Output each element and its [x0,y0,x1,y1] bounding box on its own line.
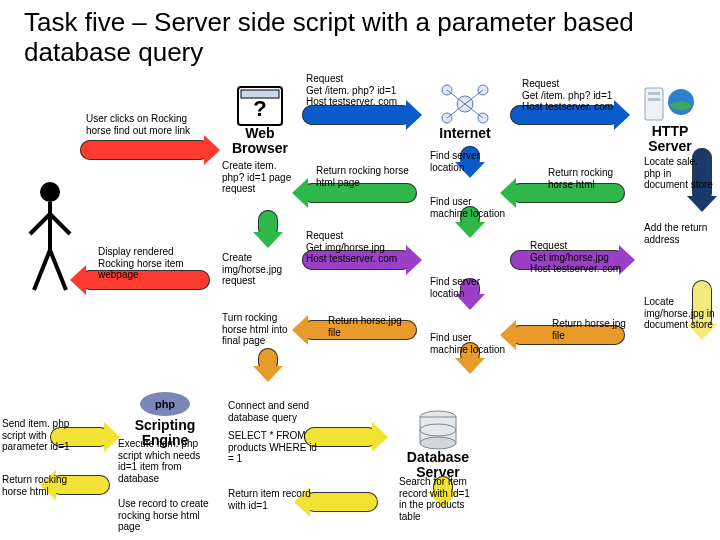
node-http: HTTP Server [633,82,707,155]
ann-find-server1: Find server location [430,150,500,173]
ann-return-jpg2: Return horse.jpg file [328,315,408,338]
ann-display: Display rendered Rocking horse item webp… [98,246,198,281]
ann-return-html-page: Return rocking horse html page [316,165,416,188]
arrow-browser-down [258,210,278,238]
ann-return-html-script: Return rocking horse html [2,474,82,497]
ann-return-jpg: Return horse.jpg file [552,318,632,341]
ann-create-req: Create item. php? id=1 page request [222,160,300,195]
svg-rect-19 [648,92,660,95]
ann-req2b: Request Get img/horse.jpg Host testserve… [530,240,640,275]
ann-req2: Request Get img/horse.jpg Host testserve… [306,230,421,265]
svg-line-3 [50,214,70,234]
svg-line-5 [50,250,66,290]
ann-locate-img: Locate img/horse.jpg in document store [644,296,716,331]
arrow-req1-browser-inet [302,105,412,125]
svg-line-4 [34,250,50,290]
ann-find-machine2: Find user machine location [430,332,510,355]
node-browser: ? Web Browser [220,86,300,157]
internet-icon [437,82,493,126]
ann-user-click: User clicks on Rocking horse find out mo… [86,113,196,136]
svg-text:php: php [155,398,175,410]
ann-req1b: Request Get /item. php? id=1 Host testse… [522,78,632,113]
svg-line-2 [30,214,50,234]
browser-icon: ? [237,86,283,126]
user-icon [26,180,74,300]
ann-create-img-req: Create img/horse.jpg request [222,252,302,287]
arrow-user-click [80,140,210,160]
ann-return-html: Return rocking horse html [548,167,628,190]
ann-execute: Execute item. php script which needs id=… [118,438,214,484]
ann-send-script: Send item. php script with parameter id=… [2,418,82,453]
http-icon [643,82,697,124]
ann-add-return: Add the return address [644,222,716,245]
ann-connect-query: Connect and send database query [228,400,322,423]
php-icon: php [138,390,192,418]
internet-label: Internet [425,126,505,141]
svg-point-0 [40,182,60,202]
node-internet: Internet [425,82,505,141]
ann-use-record: Use record to create rocking horse html … [118,498,214,533]
svg-point-24 [420,437,456,449]
db-icon [416,410,460,450]
ann-find-server2: Find server location [430,276,500,299]
svg-rect-20 [648,98,660,101]
ann-find-machine1: Find user machine location [430,196,510,219]
page-title: Task five – Server side script with a pa… [24,8,720,68]
ann-sql: SELECT * FROM products WHERE id = 1 [228,430,322,465]
browser-label: Web Browser [220,126,300,157]
ann-search-db: Search for item record with id=1 in the … [399,476,479,522]
node-db: Database Server [388,410,488,481]
ann-return-record: Return item record with id=1 [228,488,322,511]
arrow-browser-down2 [258,348,278,372]
ann-turn-final: Turn rocking horse html into final page [222,312,302,347]
ann-locate-sale: Locate sale. php in document store [644,156,716,191]
ann-req1: Request Get /item. php? id=1 Host testse… [306,73,421,108]
svg-text:?: ? [253,96,266,121]
